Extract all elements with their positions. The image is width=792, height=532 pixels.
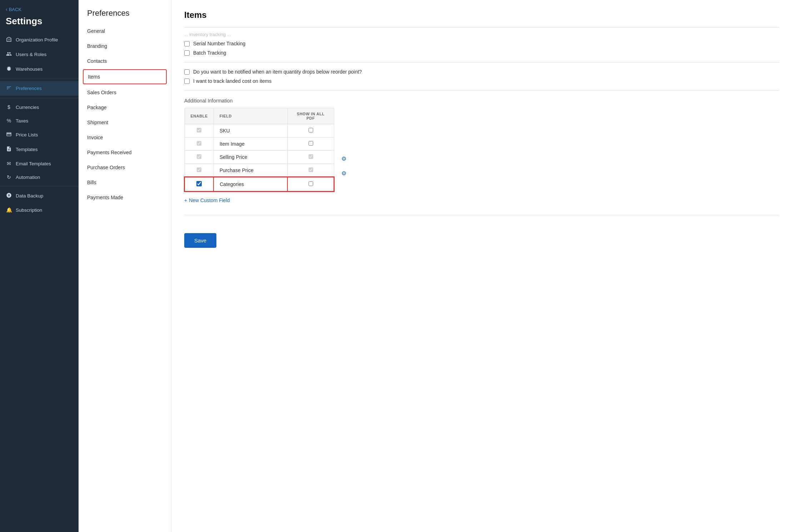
subscription-icon: 🔔 (6, 207, 12, 213)
selling-price-pdf-checkbox[interactable] (309, 154, 313, 159)
templates-icon (6, 146, 12, 153)
selling-price-enable-checkbox[interactable] (197, 154, 201, 159)
purchase-price-pdf-checkbox[interactable] (309, 167, 313, 172)
sidebar-item-price-lists[interactable]: Price Lists (0, 127, 79, 142)
table-header-row: ENABLE FIELD SHOW IN ALL PDF (185, 108, 334, 124)
warehouse-icon (6, 66, 12, 72)
sku-enable-cell (185, 124, 214, 137)
selling-price-gear-icon[interactable]: ⚙ (341, 155, 346, 162)
middle-item-payments-made[interactable]: Payments Made (79, 190, 171, 205)
gear-icons-column: ⚙ ⚙ (334, 108, 346, 181)
middle-item-payments-received[interactable]: Payments Received (79, 145, 171, 160)
categories-field-cell: Categories (214, 177, 287, 191)
item-image-pdf-cell (287, 137, 334, 151)
purchase-price-field-cell: Purchase Price (214, 164, 287, 177)
table-row-categories: Categories (185, 177, 334, 191)
item-image-enable-cell (185, 137, 214, 151)
divider-before-save (184, 215, 779, 215)
categories-pdf-cell (287, 177, 334, 191)
sidebar-item-subscription[interactable]: 🔔 Subscription (0, 203, 79, 217)
notify-reorder-checkbox[interactable] (184, 69, 190, 75)
middle-item-general[interactable]: General (79, 24, 171, 39)
sidebar-item-warehouses[interactable]: Warehouses (0, 62, 79, 76)
item-image-pdf-checkbox[interactable] (309, 141, 313, 146)
track-landed-row: I want to track landed cost on items (184, 78, 779, 84)
middle-item-sales-orders[interactable]: Sales Orders (79, 85, 171, 100)
middle-item-shipment[interactable]: Shipment (79, 115, 171, 130)
sidebar-item-currencies-label: Currencies (16, 105, 39, 110)
email-icon: ✉ (6, 161, 12, 166)
item-image-enable-checkbox[interactable] (197, 141, 201, 146)
col-header-field: FIELD (214, 108, 287, 124)
currency-icon: $ (6, 104, 12, 110)
categories-enable-cell (185, 177, 214, 191)
sidebar-item-templates-label: Templates (16, 147, 38, 152)
sku-enable-checkbox[interactable] (197, 128, 201, 132)
back-chevron-icon: ‹ (6, 6, 7, 12)
item-image-field-cell: Item Image (214, 137, 287, 151)
batch-tracking-checkbox[interactable] (184, 50, 190, 56)
middle-item-purchase-orders[interactable]: Purchase Orders (79, 160, 171, 175)
selling-price-pdf-cell (287, 151, 334, 164)
back-button[interactable]: ‹ BACK (0, 0, 79, 14)
sidebar-item-warehouses-label: Warehouses (16, 66, 42, 72)
sidebar: ‹ BACK Settings Organization Profile Use… (0, 0, 79, 532)
sidebar-item-email-templates-label: Email Templates (16, 161, 51, 166)
purchase-price-enable-cell (185, 164, 214, 177)
sidebar-item-templates[interactable]: Templates (0, 142, 79, 157)
sidebar-item-email-templates[interactable]: ✉ Email Templates (0, 157, 79, 170)
sidebar-item-automation[interactable]: ↻ Automation (0, 170, 79, 184)
users-icon (6, 51, 12, 58)
middle-item-contacts[interactable]: Contacts (79, 54, 171, 69)
price-list-icon (6, 131, 12, 138)
save-button[interactable]: Save (184, 233, 216, 248)
main-content: Items ... inventory tracking ... Serial … (171, 0, 792, 532)
new-custom-field-link[interactable]: + New Custom Field (184, 197, 230, 203)
sidebar-item-users-roles[interactable]: Users & Roles (0, 47, 79, 62)
batch-tracking-label: Batch Tracking (193, 50, 226, 56)
middle-item-branding[interactable]: Branding (79, 39, 171, 54)
batch-tracking-row: Batch Tracking (184, 50, 779, 56)
faded-text: ... inventory tracking ... (184, 32, 231, 37)
main-title: Items (184, 10, 779, 20)
divider-after-tracking (184, 62, 779, 62)
building-icon (6, 36, 12, 43)
sku-pdf-checkbox[interactable] (309, 128, 313, 132)
divider-2 (0, 98, 79, 98)
sidebar-item-data-backup[interactable]: Data Backup (0, 189, 79, 203)
purchase-price-enable-checkbox[interactable] (197, 167, 201, 172)
col-header-show-pdf: SHOW IN ALL PDF (287, 108, 334, 124)
middle-item-bills[interactable]: Bills (79, 175, 171, 190)
new-custom-field-label: New Custom Field (189, 197, 230, 203)
top-faded-section: ... inventory tracking ... (184, 27, 779, 37)
sidebar-item-currencies[interactable]: $ Currencies (0, 100, 79, 114)
selling-price-enable-cell (185, 151, 214, 164)
sidebar-item-org-label: Organization Profile (16, 37, 58, 42)
categories-enable-checkbox[interactable] (196, 181, 202, 186)
middle-item-package[interactable]: Package (79, 100, 171, 115)
categories-pdf-checkbox[interactable] (309, 181, 313, 186)
purchase-price-gear-cell: ⚙ (334, 166, 346, 181)
notify-reorder-row: Do you want to be notified when an item … (184, 69, 779, 75)
track-landed-checkbox[interactable] (184, 79, 190, 84)
selling-price-field-cell: Selling Price (214, 151, 287, 164)
additional-info-label: Additional Information (184, 98, 779, 104)
divider-3 (0, 186, 79, 186)
plus-icon: + (184, 197, 187, 203)
serial-number-checkbox[interactable] (184, 41, 190, 46)
sidebar-item-preferences[interactable]: Preferences (0, 81, 79, 96)
serial-number-label: Serial Number Tracking (193, 41, 245, 46)
sidebar-item-org-profile[interactable]: Organization Profile (0, 32, 79, 47)
table-row-item-image: Item Image (185, 137, 334, 151)
sku-field-cell: SKU (214, 124, 287, 137)
backup-icon (6, 192, 12, 199)
automation-icon: ↻ (6, 174, 12, 180)
purchase-price-pdf-cell (287, 164, 334, 177)
middle-item-items[interactable]: Items (83, 69, 167, 84)
sidebar-item-taxes[interactable]: % Taxes (0, 114, 79, 127)
divider-1 (0, 79, 79, 79)
sku-gear-spacer (334, 122, 346, 137)
middle-item-invoice[interactable]: Invoice (79, 130, 171, 145)
sidebar-item-taxes-label: Taxes (16, 118, 28, 124)
purchase-price-gear-icon[interactable]: ⚙ (341, 170, 346, 177)
